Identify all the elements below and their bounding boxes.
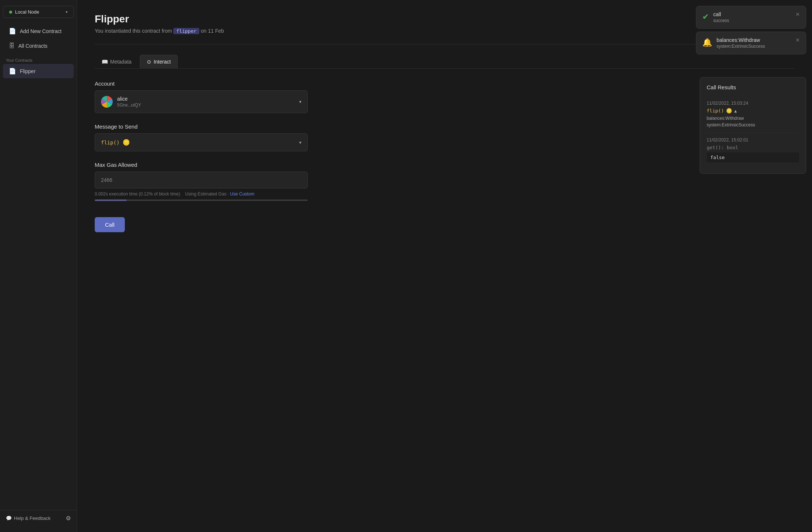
notification-content-2: balances:Withdraw system:ExtrinsicSucces… [717,37,791,49]
page-subtitle: You instantiated this contract from flip… [95,28,794,34]
result-method-1: flip() 🪙 ▲ [707,108,799,114]
help-label: Help & Feedback [14,515,51,521]
add-contract-icon: 📄 [9,28,16,35]
subtitle-prefix: You instantiated this contract from [95,28,172,34]
bell-icon: 🔔 [702,38,712,47]
metadata-tab-icon: 📖 [102,59,108,65]
node-chevron-icon: ▾ [66,10,68,14]
notifications-area: ✔ call success ✕ 🔔 balances:Withdraw sys… [696,6,806,54]
your-contracts-section-label: Your Contracts [0,54,77,64]
add-contract-label: Add New Contract [20,28,62,34]
message-chevron-icon: ▾ [299,140,301,145]
gas-info-text: 0.002s execution time (0.12% of block ti… [95,191,180,197]
page-title: Flipper [95,13,794,25]
account-select[interactable]: alice 5Grw...utQY ▾ [95,90,308,113]
flip-emoji-icon: 🪙 [123,139,130,146]
sidebar-item-all-contracts[interactable]: 🗄 All Contracts [3,39,74,53]
contract-badge: flipper [173,28,199,34]
notif-title-2: balances:Withdraw [717,37,791,43]
subtitle-suffix: on 11 Feb [201,28,224,34]
flipper-contract-label: Flipper [20,68,36,74]
gas-info: 0.002s execution time (0.12% of block ti… [95,191,308,197]
flip-coin-icon: 🪙 [726,108,732,114]
close-notification-2[interactable]: ✕ [795,37,800,43]
result-value-2: false [707,152,799,162]
result-timestamp-1: 11/02/2022, 15:03:24 [707,101,799,106]
node-selector[interactable]: Local Node ▾ [3,6,74,18]
notification-call-success: ✔ call success ✕ [696,6,806,29]
comment-icon: 💬 [6,515,12,521]
sidebar-item-flipper[interactable]: 📄 Flipper [3,64,74,78]
sidebar-item-add-contract[interactable]: 📄 Add New Contract [3,24,74,38]
gas-section: Max Gas Allowed 0.002s execution time (0… [95,162,794,201]
account-address: 5Grw...utQY [117,103,141,108]
account-section: Account alice 5Grw...utQY ▾ [95,80,794,113]
expand-result-1[interactable]: ▲ [734,108,737,114]
gas-label: Max Gas Allowed [95,162,794,168]
use-custom-link[interactable]: Use Custom [230,191,254,197]
account-text: alice 5Grw...utQY [117,96,141,108]
all-contracts-label: All Contracts [18,43,47,49]
interact-tab-label: Interact [153,59,171,65]
close-notification-1[interactable]: ✕ [795,11,800,17]
message-label: Message to Send [95,123,794,130]
result-events-1: balances:Withdrawsystem:ExtrinsicSuccess [707,115,799,128]
title-divider [95,44,794,44]
call-results-title: Call Results [707,84,799,90]
check-icon: ✔ [702,12,709,22]
flip-method: flip() [101,140,120,145]
result-entry-2: 11/02/2022, 15:02:01 get(): bool false [707,133,799,167]
account-label: Account [95,80,794,87]
notif-title-1: call [713,11,791,17]
tab-interact[interactable]: ⊙ Interact [140,55,178,68]
call-results-panel: Call Results 11/02/2022, 15:03:24 flip()… [700,77,806,174]
sidebar-footer: 💬 Help & Feedback ⚙ [0,510,77,526]
gas-using-text: Using Estimated Gas · [185,191,229,197]
account-chevron-icon: ▾ [299,99,301,104]
call-button[interactable]: Call [95,217,125,232]
metadata-tab-label: Metadata [110,59,131,65]
settings-icon[interactable]: ⚙ [66,515,71,522]
result-entry-1: 11/02/2022, 15:03:24 flip() 🪙 ▲ balances… [707,96,799,133]
result-timestamp-2: 11/02/2022, 15:02:01 [707,137,799,143]
account-name: alice [117,96,141,102]
tab-bar: 📖 Metadata ⊙ Interact [95,55,794,69]
notification-balances: 🔔 balances:Withdraw system:ExtrinsicSucc… [696,32,806,54]
node-label: Local Node [15,9,63,15]
interact-tab-icon: ⊙ [147,59,151,65]
gas-bar-fill [95,200,127,201]
message-section: Message to Send flip() 🪙 ▾ [95,123,794,151]
flipper-contract-icon: 📄 [9,68,16,75]
result-method-2: get(): bool [707,145,799,150]
notification-content-1: call success [713,11,791,23]
help-feedback-link[interactable]: 💬 Help & Feedback [6,515,51,521]
gas-input[interactable] [95,172,308,188]
gas-progress-bar [95,200,308,201]
message-value: flip() 🪙 [101,139,130,146]
tab-metadata[interactable]: 📖 Metadata [95,55,138,68]
node-status-dot [9,11,12,14]
sidebar: Local Node ▾ 📄 Add New Contract 🗄 All Co… [0,0,77,532]
message-select[interactable]: flip() 🪙 ▾ [95,133,308,151]
notif-subtitle-1: success [713,18,791,23]
notif-subtitle-2: system:ExtrinsicSuccess [717,44,791,49]
all-contracts-icon: 🗄 [9,43,15,49]
avatar [101,96,113,108]
